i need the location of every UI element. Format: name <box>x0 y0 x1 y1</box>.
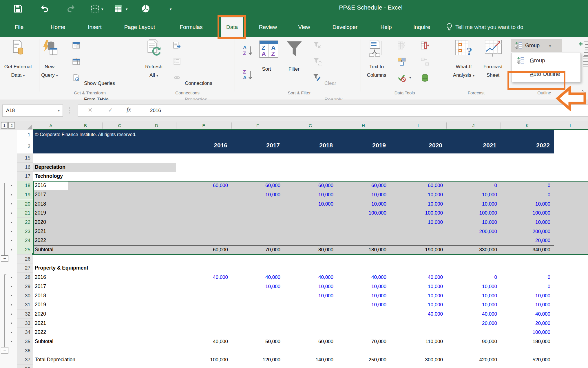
row-header-27[interactable]: 27 <box>17 263 33 273</box>
select-all-corner[interactable] <box>27 125 32 129</box>
tab-file[interactable]: File <box>15 17 24 37</box>
cell-G19[interactable]: 10,000 <box>284 190 333 199</box>
column-header-E[interactable]: E <box>176 121 231 130</box>
borders-icon[interactable] <box>90 4 100 13</box>
new-query-button[interactable]: New Query <box>41 63 58 80</box>
tab-page-layout[interactable]: Page Layout <box>124 17 155 37</box>
cell-J22[interactable]: 10,000 <box>446 218 497 227</box>
column-header-C[interactable]: C <box>102 121 137 130</box>
cell-I37[interactable]: 300,000 <box>390 355 443 365</box>
cell-G35[interactable]: 60,000 <box>284 337 333 346</box>
tab-formulas[interactable]: Formulas <box>180 17 202 37</box>
cell-K29[interactable]: 0 <box>501 282 550 291</box>
row-header-36[interactable]: 36 <box>17 346 33 356</box>
name-box-dropdown-icon[interactable]: ▾ <box>58 105 60 116</box>
cell-A34[interactable]: 2022 <box>35 328 46 337</box>
get-external-data-icon[interactable] <box>10 39 25 56</box>
cell-A16[interactable]: Depreciation <box>35 163 65 172</box>
column-header-L[interactable]: L <box>554 121 588 130</box>
cell-H25[interactable]: 180,000 <box>337 245 386 255</box>
cell-K25[interactable]: 340,000 <box>501 245 550 255</box>
cell-G29[interactable]: 10,000 <box>284 282 333 291</box>
quick-table-dropdown-icon[interactable]: ▾ <box>126 7 128 11</box>
row-header-26[interactable]: 26 <box>17 255 33 264</box>
clear-filter-icon[interactable] <box>313 41 322 49</box>
cell-A18[interactable]: 2016 <box>35 181 46 190</box>
cell-G28[interactable]: 40,000 <box>284 273 333 282</box>
cell-K30[interactable]: 10,000 <box>501 291 550 301</box>
sort-ascending-icon[interactable]: A Z <box>242 44 254 57</box>
cell-H18[interactable]: 60,000 <box>337 181 386 190</box>
cell-H37[interactable]: 250,000 <box>337 355 386 365</box>
cell-A17[interactable]: Technology <box>35 172 63 181</box>
sort-dialog-icon[interactable]: Z A A Z <box>258 39 279 60</box>
get-external-data-button[interactable]: Get External Data <box>4 63 32 80</box>
refresh-all-icon[interactable] <box>145 39 162 57</box>
insert-function-icon[interactable]: fx <box>127 106 131 113</box>
cell-A19[interactable]: 2017 <box>35 190 46 199</box>
cell-K18[interactable]: 0 <box>501 181 550 190</box>
cell-A22[interactable]: 2020 <box>35 218 46 227</box>
forecast-sheet-icon[interactable] <box>484 39 502 57</box>
advanced-filter-icon[interactable] <box>313 74 322 82</box>
cell-I35[interactable]: 110,000 <box>390 337 443 346</box>
cell-F28[interactable]: 40,000 <box>231 273 280 282</box>
row-header-19[interactable]: 19 <box>17 190 33 199</box>
cell-H20[interactable]: 10,000 <box>337 199 386 209</box>
cell-J23[interactable]: 200,000 <box>446 227 497 236</box>
menu-item-group[interactable]: Group… <box>512 54 580 67</box>
cell-J28[interactable]: 0 <box>446 273 497 282</box>
cell-H31[interactable]: 10,000 <box>337 300 386 310</box>
cell-A33[interactable]: 2021 <box>35 319 46 328</box>
row-header-25[interactable]: 25 <box>17 245 33 255</box>
customize-qat-icon[interactable]: ▾ <box>170 7 172 11</box>
cell-A32[interactable]: 2020 <box>35 310 46 319</box>
row-header-35[interactable]: 35 <box>17 337 33 346</box>
row-header-20[interactable]: 20 <box>17 199 33 209</box>
cell-K24[interactable]: 20,000 <box>501 236 550 245</box>
cell-J19[interactable]: 10,000 <box>446 190 497 199</box>
cell-J21[interactable]: 100,000 <box>446 208 497 218</box>
show-queries-icon[interactable] <box>72 42 80 49</box>
cell-A20[interactable]: 2018 <box>35 199 46 209</box>
row-header-29[interactable]: 29 <box>17 282 33 291</box>
column-header-D[interactable]: D <box>137 121 176 130</box>
collapse-group-button[interactable]: − <box>1 347 8 354</box>
cell-J37[interactable]: 420,000 <box>446 355 497 365</box>
cancel-icon[interactable]: ✕ <box>88 107 93 113</box>
text-to-columns-button[interactable]: Text to Columns <box>367 63 386 79</box>
data-validation-icon[interactable] <box>397 74 406 82</box>
column-header-I[interactable]: I <box>390 121 446 130</box>
cell-K35[interactable]: 180,000 <box>501 337 550 346</box>
cell-J20[interactable]: 10,000 <box>446 199 497 209</box>
row-header-30[interactable]: 30 <box>17 291 33 301</box>
cell-F35[interactable]: 50,000 <box>231 337 280 346</box>
cell-I21[interactable]: 100,000 <box>390 208 443 218</box>
cell-K22[interactable]: 10,000 <box>501 218 550 227</box>
cell-F18[interactable]: 60,000 <box>231 181 280 190</box>
row-header-16[interactable]: 16 <box>17 163 33 172</box>
row-header-38[interactable]: 38 <box>17 365 33 368</box>
from-table-icon[interactable] <box>72 58 80 65</box>
cell-G18[interactable]: 60,000 <box>284 181 333 190</box>
cell-H29[interactable]: 10,000 <box>337 282 386 291</box>
row-header-15[interactable]: 15 <box>17 153 33 163</box>
cell-I20[interactable]: 10,000 <box>390 199 443 209</box>
row-header-33[interactable]: 33 <box>17 319 33 328</box>
cell-K28[interactable]: 0 <box>501 273 550 282</box>
data-validation-dropdown-icon[interactable] <box>408 75 411 80</box>
row-header-18[interactable]: 18 <box>17 181 33 190</box>
filter-icon[interactable] <box>285 39 303 60</box>
cell-I19[interactable]: 10,000 <box>390 190 443 199</box>
cell-A27[interactable]: Property & Equipment <box>35 263 88 273</box>
cell-I31[interactable]: 10,000 <box>390 300 443 310</box>
what-if-analysis-icon[interactable]: ? <box>455 39 473 57</box>
show-queries-button[interactable]: Show Queries <box>84 80 115 87</box>
manage-data-model-icon[interactable] <box>421 74 429 82</box>
quick-table-icon[interactable] <box>114 4 123 13</box>
row-header-37[interactable]: 37 <box>17 355 33 365</box>
formula-input[interactable]: 2016 <box>141 105 588 117</box>
cell-G20[interactable]: 10,000 <box>284 199 333 209</box>
cell-G30[interactable]: 10,000 <box>284 291 333 301</box>
relationships-icon[interactable] <box>421 57 429 66</box>
